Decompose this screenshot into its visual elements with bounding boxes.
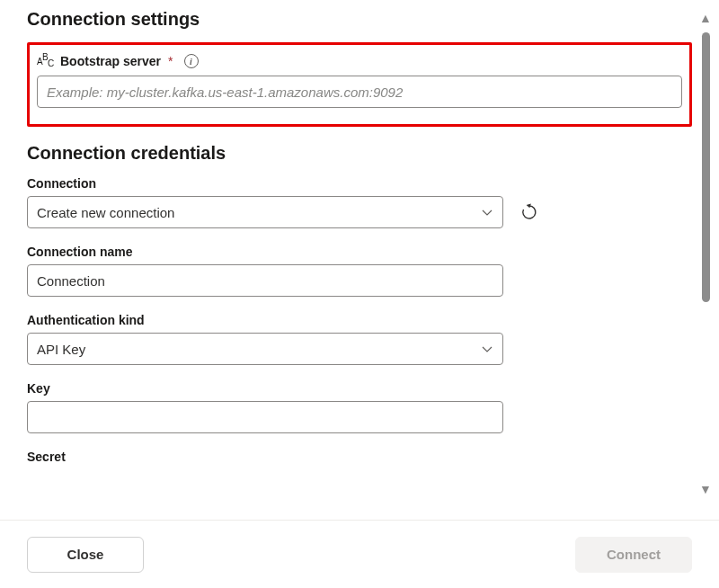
- close-button[interactable]: Close: [27, 537, 144, 573]
- connection-name-input[interactable]: [27, 264, 503, 297]
- refresh-icon[interactable]: [519, 202, 539, 222]
- key-input[interactable]: [27, 401, 503, 433]
- bootstrap-server-input[interactable]: [37, 76, 682, 108]
- connection-dropdown[interactable]: Create new connection: [27, 196, 503, 228]
- chevron-down-icon: [481, 206, 493, 218]
- authentication-kind-dropdown[interactable]: API Key: [27, 333, 503, 365]
- connect-button[interactable]: Connect: [575, 537, 692, 573]
- authentication-kind-label: Authentication kind: [27, 313, 692, 327]
- bootstrap-server-label: Bootstrap server: [60, 54, 161, 68]
- chevron-down-icon: [481, 343, 493, 355]
- scroll-up-icon[interactable]: ▲: [699, 9, 712, 27]
- connection-label: Connection: [27, 176, 692, 191]
- scrollbar[interactable]: ▲ ▼: [696, 9, 715, 498]
- authentication-kind-value: API Key: [37, 342, 85, 357]
- scroll-thumb[interactable]: [702, 32, 710, 302]
- text-type-icon: ABC: [37, 54, 55, 68]
- connection-name-label: Connection name: [27, 245, 692, 259]
- connection-credentials-heading: Connection credentials: [27, 143, 692, 164]
- scroll-down-icon[interactable]: ▼: [699, 480, 712, 498]
- secret-label: Secret: [27, 450, 692, 464]
- info-icon[interactable]: i: [184, 54, 199, 68]
- key-label: Key: [27, 381, 692, 396]
- connection-dropdown-value: Create new connection: [37, 205, 174, 220]
- bootstrap-server-highlight: ABC Bootstrap server * i: [27, 42, 692, 127]
- required-indicator: *: [168, 54, 173, 68]
- connection-settings-heading: Connection settings: [27, 9, 692, 30]
- dialog-footer: Close Connect: [0, 520, 719, 588]
